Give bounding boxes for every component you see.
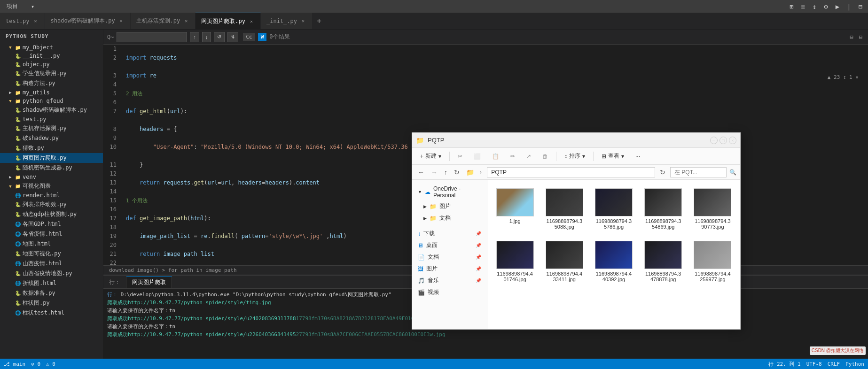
split-icon[interactable]: ↕ [811, 2, 818, 11]
sidebar-item-python-qfeud[interactable]: ▼ 📁 python qfeud [0, 97, 103, 105]
sidebar-music[interactable]: 🎵 音乐 📌 [412, 275, 487, 286]
sort-button[interactable]: ↕ 排序 ▾ [560, 150, 589, 162]
view-button[interactable]: ⊞ 查看 ▾ [597, 150, 628, 162]
tab-shadow[interactable]: shadow密码破解脚本.py ✕ [45, 13, 131, 29]
maximize-button[interactable]: □ [719, 137, 727, 144]
status-position[interactable]: 行 22, 列 1 [768, 361, 800, 368]
file-item-6[interactable]: 11698898794.401746.jpg [493, 238, 537, 285]
sidebar-documents[interactable]: ▶ 📁 文档 [412, 212, 487, 224]
forward-button[interactable]: → [429, 168, 439, 177]
sidebar-item-objec-py[interactable]: 🐍 objec.py [0, 60, 103, 69]
status-line-ending[interactable]: CRLF [828, 361, 840, 367]
sidebar-item-shanxi-map-py[interactable]: 🐍 山西省疫情地图.py [0, 269, 103, 278]
close-button[interactable]: ✕ [729, 137, 736, 144]
sidebar-pics[interactable]: 🖼 图片 📌 [412, 263, 487, 275]
sidebar-item-init-py[interactable]: 🐍 __init__.py [0, 52, 103, 60]
file-item-10[interactable]: 11698898794.4259977.jpg [691, 238, 735, 285]
sidebar-item-list-sort[interactable]: 🐍 列表排序动效.py [0, 200, 103, 209]
file-item-4[interactable]: 11698898794.354869.jpg [641, 185, 685, 232]
file-item-7[interactable]: 11698898794.433411.jpg [542, 238, 586, 285]
search-input[interactable] [117, 32, 187, 42]
file-item-9[interactable]: 11698898794.3478878.jpg [641, 238, 685, 285]
settings-icon[interactable]: ⚙ [822, 2, 829, 11]
sidebar-item-map-html[interactable]: 🌐 地图.html [0, 239, 103, 249]
filter-icon[interactable]: ⊟ [857, 33, 864, 41]
tab-image-crawler[interactable]: 网页图片爬取.py ✕ [195, 13, 261, 29]
sidebar-item-test-py[interactable]: 🐍 test.py [0, 115, 103, 123]
sidebar-item-image-crawler-py[interactable]: 🐍 网页图片爬取.py [0, 153, 103, 163]
sidebar-desktop[interactable]: 🖥 桌面 📌 [412, 239, 487, 251]
close-search-btn[interactable]: ↺ [214, 32, 225, 42]
sidebar-item-bar-test-html[interactable]: 🌐 柱状test.html [0, 308, 103, 318]
tab-close-test[interactable]: ✕ [32, 18, 39, 24]
sidebar-item-venv[interactable]: ▶ 📁 venv [0, 173, 103, 181]
tab-test-py[interactable]: test.py ✕ [0, 13, 45, 29]
sidebar-item-bar-chart-py[interactable]: 🐍 柱状图.py [0, 298, 103, 308]
filter-icon[interactable]: ⊟ [857, 2, 864, 11]
file-item-2[interactable]: 11698898794.35088.jpg [542, 185, 586, 232]
sidebar-item-guess-py[interactable]: 🐍 猜数.py [0, 143, 103, 153]
status-encoding[interactable]: UTF-8 [806, 361, 822, 367]
copy-button[interactable]: ⬜ [469, 151, 485, 161]
minimize-button[interactable]: ─ [710, 137, 718, 144]
status-language[interactable]: Python [845, 361, 864, 367]
sidebar-pictures[interactable]: ▶ 📁 图片 [412, 200, 487, 212]
file-item-3[interactable]: 11698898794.35786.jpg [592, 185, 635, 232]
tab-close-image[interactable]: ✕ [248, 18, 255, 24]
sidebar-item-render-html[interactable]: 🌐 render.html [0, 191, 103, 200]
sidebar-item-epidemic-html[interactable]: 🌐 各省疫情.html [0, 229, 103, 239]
tab-host-scan[interactable]: 主机存活探测.py ✕ [131, 13, 196, 29]
status-branch[interactable]: ⎇ main [4, 361, 25, 367]
file-item-8[interactable]: 11698898794.440392.jpg [592, 238, 635, 285]
sidebar-item-shadow-py[interactable]: 🐍 shadow密码破解脚本.py [0, 105, 103, 115]
next-result-btn[interactable]: ↓ [202, 32, 211, 42]
tab-close-init[interactable]: ✕ [300, 18, 306, 24]
file-item-5[interactable]: 11698898794.390773.jpg [691, 185, 735, 232]
delete-button[interactable]: 🗑 [538, 151, 552, 161]
sidebar-item-gdp-chart[interactable]: 🐍 动态gdp柱状图制.py [0, 209, 103, 219]
tab-close-host[interactable]: ✕ [183, 18, 189, 24]
tab-init[interactable]: _init_.py ✕ [261, 13, 313, 29]
sidebar-item-student-info[interactable]: 🐍 学生信息录用.py [0, 69, 103, 78]
status-errors[interactable]: ⊘ 0 [31, 361, 40, 367]
sidebar-item-shadow2-py[interactable]: 🐍 破shadow.py [0, 133, 103, 143]
address-refresh-button[interactable]: ↻ [658, 168, 667, 177]
back-button[interactable]: ← [416, 168, 426, 177]
menu-project[interactable]: 项目 [4, 1, 21, 11]
menu-chevron[interactable]: ▾ [28, 2, 37, 11]
sidebar-item-map-vis-py[interactable]: 🐍 地图可视化.py [0, 249, 103, 259]
whole-word-btn[interactable]: W [258, 33, 267, 41]
new-tab-button[interactable]: + [313, 13, 326, 29]
refresh-button[interactable]: ↻ [452, 168, 461, 177]
sidebar-item-host-scan-py[interactable]: 🐍 主机存活探测.py [0, 123, 103, 133]
sidebar-item-line-chart-html[interactable]: 🌐 折线图.html [0, 278, 103, 288]
sidebar-docs[interactable]: 📄 文档 📌 [412, 251, 487, 263]
run-icon[interactable]: ▶ [834, 2, 841, 11]
address-input[interactable] [487, 167, 655, 177]
up-button[interactable]: ↑ [442, 168, 449, 177]
sidebar-downloads[interactable]: ↓ 下载 📌 [412, 228, 487, 239]
bottom-tab-terminal[interactable]: 网页图片爬取 [126, 276, 172, 288]
explorer-search-input[interactable] [670, 167, 727, 177]
new-button[interactable]: + 新建 ▾ [416, 150, 446, 162]
cut-button[interactable]: ✂ [454, 151, 467, 161]
new-file-icon[interactable]: ⊞ [788, 2, 795, 11]
case-sensitive-btn[interactable]: Cc [243, 33, 255, 41]
sidebar-item-shanxi-html[interactable]: 🌐 山西疫情.html [0, 259, 103, 269]
paste-button[interactable]: 📋 [488, 151, 503, 161]
sidebar-item-gdp-html[interactable]: 🌐 各国GDP.html [0, 219, 103, 229]
collapse-results-icon[interactable]: ⊟ [848, 33, 855, 41]
list-icon[interactable]: ≡ [799, 2, 806, 11]
sidebar-videos[interactable]: 🎬 视频 [412, 286, 487, 298]
sidebar-item-random-pwd-py[interactable]: 🐍 随机密码生成器.py [0, 163, 103, 173]
sidebar-item-constructor[interactable]: 🐍 构造方法.py [0, 78, 103, 88]
share-button[interactable]: ↗ [522, 151, 535, 161]
bottom-tab-line[interactable]: 行： [103, 277, 126, 288]
sidebar-item-my-object[interactable]: ▼ 📁 my_Object [0, 43, 103, 52]
status-warnings[interactable]: ⚠ 0 [46, 361, 55, 367]
replace-btn[interactable]: ↯ [227, 32, 238, 42]
sidebar-item-my-utils[interactable]: ▶ 📁 my_utils [0, 88, 103, 97]
sidebar-item-visualization[interactable]: ▼ 📁 可视化图表 [0, 181, 103, 191]
file-item-1[interactable]: 1.jpg [493, 185, 537, 232]
tab-close-shadow[interactable]: ✕ [118, 18, 125, 24]
